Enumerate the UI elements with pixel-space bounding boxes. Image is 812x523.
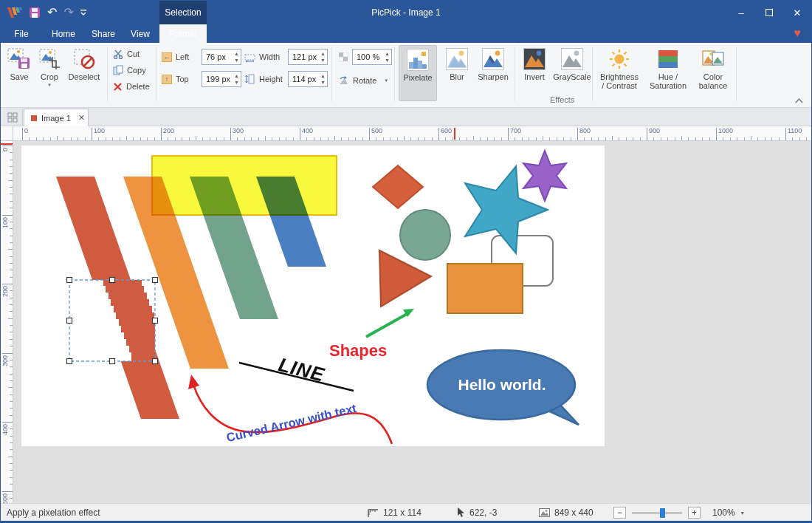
left-spin-up[interactable]: ▲ — [234, 50, 239, 57]
hue-saturation-button[interactable]: Hue / Saturation — [646, 45, 690, 90]
ruler-cursor-marker — [1, 143, 13, 145]
ruler-major-tick — [716, 128, 717, 141]
ruler-tick — [8, 387, 13, 388]
crop-button[interactable]: Crop ▾ — [36, 45, 63, 88]
top-label: Top — [176, 75, 198, 83]
ruler-tick — [10, 228, 13, 229]
zoom-caret-icon[interactable]: ▾ — [741, 510, 744, 516]
top-spin-down[interactable]: ▼ — [234, 79, 239, 86]
copy-button[interactable]: Copy — [113, 64, 146, 77]
circle-shape[interactable] — [400, 210, 450, 260]
zoom-in-button[interactable]: + — [688, 507, 701, 519]
thumbnail-view-button[interactable] — [3, 109, 23, 125]
minimize-button[interactable]: – — [727, 1, 755, 24]
maximize-button[interactable] — [755, 1, 783, 24]
ruler-tick — [10, 166, 13, 167]
left-spin-down[interactable]: ▼ — [234, 57, 239, 64]
title-bar[interactable]: ↶ ↷ PicPick - Image 1 Selection – ✕ — [1, 1, 811, 24]
selection-size-icon — [368, 508, 379, 518]
ruler-tick — [404, 136, 405, 140]
left-input[interactable]: 76 px ▲▼ — [202, 49, 241, 65]
ruler-label: 100 — [1, 217, 9, 228]
heart-icon[interactable]: ♥ — [794, 27, 802, 40]
tab-format[interactable]: Format — [159, 24, 207, 43]
close-button[interactable]: ✕ — [783, 1, 811, 24]
ruler-label: 300 — [233, 127, 244, 134]
opacity-input[interactable]: 100 % ▲▼ — [352, 49, 392, 65]
rotate-button[interactable]: Rotate ▾ — [338, 74, 388, 87]
save-button[interactable]: Save — [5, 45, 33, 81]
height-input[interactable]: 114 px ▲▼ — [288, 71, 328, 87]
customize-toolbar-icon[interactable] — [80, 10, 86, 16]
ruler-tick — [224, 137, 224, 140]
ruler-tick — [688, 137, 689, 140]
ruler-major-tick — [2, 284, 13, 284]
grid-icon — [7, 112, 18, 123]
invert-button[interactable]: Invert — [518, 45, 551, 81]
ruler-label: 0 — [1, 148, 9, 151]
left-value: 76 px — [206, 52, 226, 61]
deselect-button[interactable]: Deselect — [66, 45, 103, 81]
width-spin-down[interactable]: ▼ — [320, 57, 326, 64]
ruler-major-tick — [647, 128, 647, 141]
ruler-major-tick — [785, 128, 786, 141]
top-input[interactable]: 199 px ▲▼ — [202, 71, 241, 87]
opacity-spin-down[interactable]: ▼ — [385, 57, 390, 64]
ruler-label: 600 — [441, 127, 452, 134]
ruler-tick — [8, 180, 13, 181]
tab-share[interactable]: Share — [86, 24, 120, 43]
blur-button[interactable]: Blur — [441, 45, 473, 81]
tab-file[interactable]: File — [7, 24, 36, 43]
ruler-tick — [453, 137, 453, 140]
width-spin-up[interactable]: ▲ — [320, 50, 326, 57]
ruler-tick — [328, 137, 328, 140]
height-spin-up[interactable]: ▲ — [320, 72, 326, 79]
copy-label: Copy — [127, 66, 146, 75]
document-tab-image1[interactable]: Image 1 ✕ — [24, 109, 89, 126]
ruler-tick — [681, 136, 682, 140]
zoom-controls: − + 100% ▾ — [613, 504, 744, 522]
color-balance-button[interactable]: Color balance — [693, 45, 733, 90]
transparency-checker-icon — [339, 52, 348, 62]
zoom-slider[interactable] — [632, 512, 682, 514]
brightness-contrast-button[interactable]: Brightness / Contrast — [596, 45, 643, 90]
copy-icon — [113, 65, 123, 75]
save-icon[interactable] — [29, 7, 41, 18]
ruler-major-tick — [300, 128, 300, 141]
width-icon — [244, 52, 255, 62]
width-input[interactable]: 121 px ▲▼ — [288, 49, 328, 65]
yellow-rectangle[interactable] — [152, 156, 337, 215]
opacity-spin-up[interactable]: ▲ — [385, 50, 390, 57]
ruler-major-tick — [369, 128, 370, 141]
ruler-tick — [626, 137, 627, 140]
collapse-ribbon-icon[interactable] — [795, 93, 803, 106]
ruler-tick — [265, 136, 266, 140]
ruler-tick — [8, 318, 13, 319]
redo-icon[interactable]: ↷ — [63, 7, 73, 18]
left-position-icon: ← — [162, 52, 172, 62]
height-label: Height — [259, 75, 284, 83]
delete-button[interactable]: Delete — [113, 80, 150, 93]
pixelate-button[interactable]: Pixelate — [399, 45, 437, 101]
image-artwork[interactable]: Shapes LINE Hello world. Curved Arrow wi… — [21, 146, 605, 446]
grayscale-button[interactable]: GrayScale — [552, 45, 592, 81]
zoom-slider-thumb[interactable] — [660, 508, 665, 518]
horizontal-ruler[interactable]: 010020030040050060070080090010001100 — [13, 126, 811, 141]
top-spin-up[interactable]: ▲ — [234, 72, 239, 79]
canvas-area[interactable]: Shapes LINE Hello world. Curved Arrow wi… — [13, 141, 811, 503]
ruler-tick — [10, 442, 13, 443]
deselect-label: Deselect — [69, 72, 100, 81]
sharpen-button[interactable]: Sharpen — [475, 45, 512, 81]
height-spin-down[interactable]: ▼ — [320, 79, 326, 86]
grayscale-icon — [561, 48, 583, 70]
tab-home[interactable]: Home — [47, 24, 80, 43]
orange-rectangle-shape[interactable] — [447, 264, 523, 313]
zoom-level-value[interactable]: 100% — [712, 507, 735, 518]
zoom-out-button[interactable]: − — [613, 507, 626, 519]
cut-button[interactable]: Cut — [113, 47, 140, 61]
document-tab-close-icon[interactable]: ✕ — [78, 113, 85, 123]
tab-view[interactable]: View — [125, 24, 156, 43]
vertical-ruler[interactable]: 0100200300400500 — [1, 141, 13, 503]
undo-icon[interactable]: ↶ — [47, 7, 57, 18]
rotate-caret-icon: ▾ — [385, 78, 388, 83]
